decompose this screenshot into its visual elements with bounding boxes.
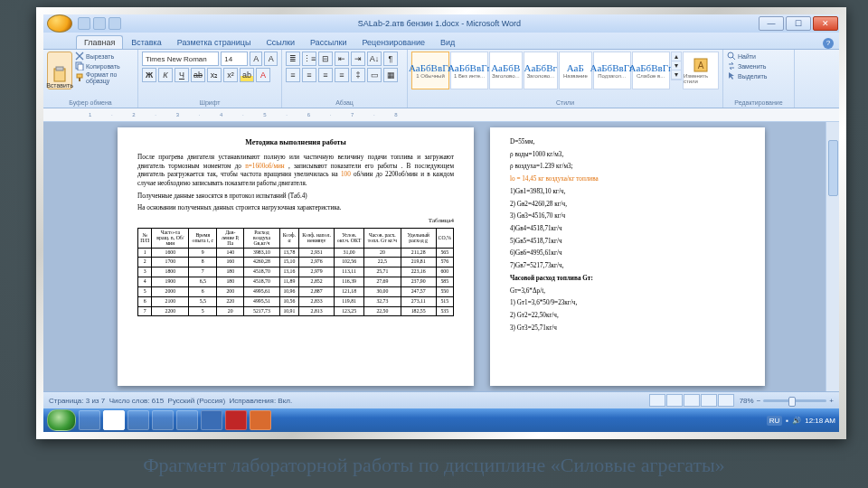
svg-rect-4	[77, 74, 82, 78]
paste-button[interactable]: Вставить	[47, 52, 72, 89]
task-skype[interactable]	[152, 410, 174, 430]
superscript-button[interactable]: x²	[223, 68, 238, 82]
svg-rect-1	[56, 67, 63, 70]
multilevel-button[interactable]: ⊟	[318, 52, 333, 66]
replace-button[interactable]: Заменить	[727, 61, 790, 70]
dec-indent-button[interactable]: ⇤	[335, 52, 349, 66]
paste-icon	[52, 66, 67, 82]
status-page[interactable]: Страница: 3 из 7	[49, 397, 105, 405]
cut-button[interactable]: Вырезать	[75, 52, 134, 61]
taskbar: RU ▪ 🔊 12:18 AM	[43, 408, 839, 432]
window-title: SALab-2.атв бензин 1.docx - Microsoft Wo…	[121, 19, 758, 28]
view-buttons[interactable]	[649, 394, 734, 407]
copy-button[interactable]: Копировать	[75, 61, 134, 70]
find-button[interactable]: Найти	[727, 52, 790, 61]
style-1[interactable]: АаБбВвГг1 Без инте...	[450, 52, 488, 89]
font-size-combo[interactable]: 14	[221, 52, 248, 66]
group-label-font: Шрифт	[142, 99, 278, 106]
shading-button[interactable]: ▭	[367, 68, 382, 82]
close-button[interactable]: ✕	[813, 16, 838, 31]
zoom-label[interactable]: 78%	[740, 397, 754, 405]
tray-lang[interactable]: RU	[767, 416, 783, 426]
strike-button[interactable]: ab	[191, 68, 205, 82]
maximize-button[interactable]: ☐	[786, 16, 811, 31]
help-icon[interactable]: ?	[823, 38, 834, 49]
font-name-combo[interactable]: Times New Roman	[142, 52, 219, 66]
task-explorer[interactable]	[127, 410, 149, 430]
tab-layout[interactable]: Разметка страницы	[170, 36, 259, 49]
tray-time[interactable]: 12:18 AM	[805, 417, 835, 425]
bold-button[interactable]: Ж	[142, 68, 156, 82]
task-ppt[interactable]	[250, 410, 271, 430]
justify-button[interactable]: ≡	[335, 68, 349, 82]
align-left-button[interactable]: ≡	[286, 68, 300, 82]
shrink-font-button[interactable]: A	[264, 52, 278, 66]
change-styles-button[interactable]: AИзменить стили	[683, 52, 719, 89]
align-center-button[interactable]: ≡	[302, 68, 316, 82]
status-bar: Страница: 3 из 7 Число слов: 615 Русский…	[43, 391, 839, 408]
tab-insert[interactable]: Вставка	[124, 36, 168, 49]
style-2[interactable]: АаБбВЗаголово...	[489, 52, 523, 89]
ruler[interactable]: 1 · 2 · 3 · 4 · 5 · 6 · 7 · 8	[43, 108, 839, 122]
group-label-paragraph: Абзац	[286, 99, 403, 106]
task-word[interactable]	[201, 410, 222, 430]
tab-home[interactable]: Главная	[76, 35, 123, 49]
style-gallery[interactable]: АаБбВвГг1 ОбычныйАаБбВвГг1 Без инте...Аа…	[411, 52, 719, 89]
select-icon	[727, 71, 736, 80]
slide-caption: Фрагмент лабораторной работы по дисципли…	[0, 454, 868, 477]
quick-access-toolbar[interactable]	[78, 17, 121, 30]
tray-sound-icon[interactable]: 🔊	[792, 417, 801, 425]
document-area[interactable]: Методика выполнения работы После прогрев…	[43, 122, 839, 391]
minimize-button[interactable]: —	[759, 16, 784, 31]
tab-review[interactable]: Рецензирование	[354, 36, 432, 49]
grow-font-button[interactable]: A	[250, 52, 263, 66]
sort-button[interactable]: A↓	[367, 52, 382, 66]
tab-view[interactable]: Вид	[433, 36, 462, 49]
status-track[interactable]: Исправления: Вкл.	[230, 397, 293, 405]
zoom-out-button[interactable]: −	[757, 397, 761, 405]
align-right-button[interactable]: ≡	[318, 68, 333, 82]
bullets-button[interactable]: ≣	[286, 52, 300, 66]
style-5[interactable]: АаБбВвГгПодзагол...	[593, 52, 631, 89]
status-lang[interactable]: Русский (Россия)	[168, 397, 225, 405]
style-6[interactable]: АаБбВвГгСлабое в...	[632, 52, 670, 89]
office-button[interactable]	[47, 14, 72, 33]
style-0[interactable]: АаБбВвГг1 Обычный	[411, 52, 449, 89]
italic-button[interactable]: К	[158, 68, 173, 82]
inc-indent-button[interactable]: ⇥	[351, 52, 365, 66]
zoom-in-button[interactable]: +	[829, 397, 834, 405]
highlight-button[interactable]: ab	[240, 68, 254, 82]
tray-net-icon[interactable]: ▪	[786, 417, 788, 425]
brush-icon	[75, 73, 84, 82]
task-yandex[interactable]	[103, 410, 125, 430]
tab-mailings[interactable]: Рассылки	[303, 36, 354, 49]
doc-title: Методика выполнения работы	[137, 138, 454, 148]
style-4[interactable]: АаБНазвание	[559, 52, 592, 89]
svg-rect-5	[79, 78, 80, 81]
borders-button[interactable]: ▦	[383, 68, 398, 82]
zoom-slider[interactable]	[763, 399, 826, 402]
start-button[interactable]	[47, 409, 76, 431]
line-spacing-button[interactable]: ‡	[351, 68, 365, 82]
underline-button[interactable]: Ч	[175, 68, 189, 82]
title-bar: SALab-2.атв бензин 1.docx - Microsoft Wo…	[43, 14, 839, 33]
group-label-styles: Стили	[411, 99, 719, 106]
numbering-button[interactable]: ⋮≡	[302, 52, 316, 66]
format-painter-button[interactable]: Формат по образцу	[75, 71, 134, 84]
show-marks-button[interactable]: ¶	[383, 52, 398, 66]
ribbon-tabs: Главная Вставка Разметка страницы Ссылки…	[43, 33, 839, 50]
task-ie[interactable]	[79, 410, 100, 430]
style-3[interactable]: АаБбВгЗаголово...	[524, 52, 558, 89]
select-button[interactable]: Выделить	[727, 71, 790, 80]
vertical-scrollbar[interactable]	[826, 122, 839, 391]
task-adobe[interactable]	[225, 410, 247, 430]
font-color-button[interactable]: A	[256, 68, 270, 82]
subscript-button[interactable]: x₂	[207, 68, 222, 82]
find-icon	[727, 52, 736, 61]
replace-icon	[727, 61, 736, 70]
status-words[interactable]: Число слов: 615	[109, 397, 164, 405]
task-chrome[interactable]	[176, 410, 198, 430]
data-table: № П/ПЧасто-та вращ. n, Об/минВремя опыта…	[137, 228, 454, 317]
tab-references[interactable]: Ссылки	[259, 36, 302, 49]
ribbon: Вставить Вырезать Копировать Формат по о…	[43, 50, 839, 108]
